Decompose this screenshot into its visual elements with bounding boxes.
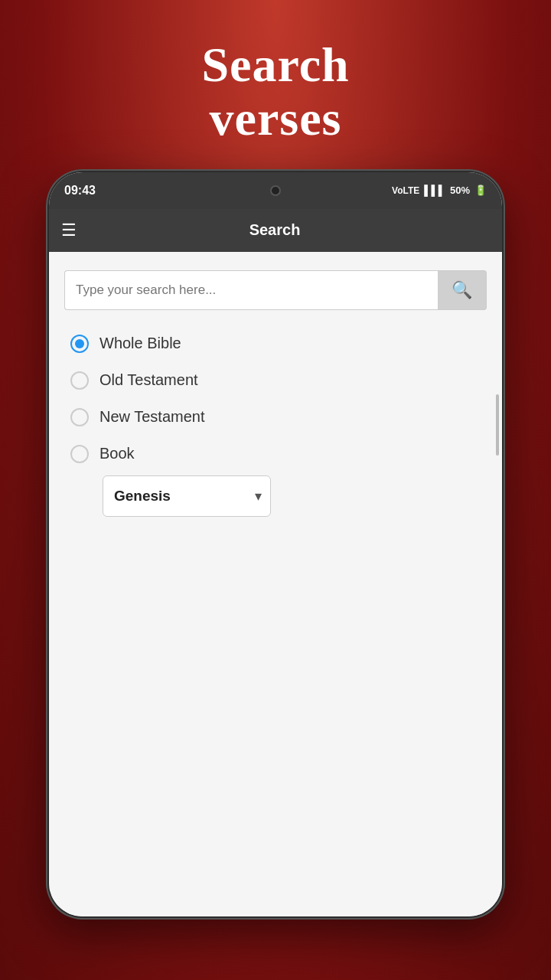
- radio-option-new-testament[interactable]: New Testament: [64, 399, 487, 436]
- network-indicator: VoLTE: [392, 185, 419, 196]
- radio-label-new-testament: New Testament: [99, 408, 204, 426]
- hamburger-menu-icon[interactable]: ☰: [61, 222, 77, 239]
- content-area: 🔍 Whole Bible Old Testament New Testamen…: [49, 252, 502, 916]
- scope-radio-group: Whole Bible Old Testament New Testament …: [64, 325, 487, 472]
- camera-dot: [270, 185, 281, 196]
- radio-label-old-testament: Old Testament: [99, 371, 198, 389]
- search-bar: 🔍: [64, 270, 487, 310]
- status-bar: 09:43 VoLTE ▌▌▌ 50% 🔋: [49, 172, 502, 209]
- radio-label-whole-bible: Whole Bible: [99, 335, 181, 352]
- radio-option-book[interactable]: Book: [64, 436, 487, 472]
- status-time: 09:43: [64, 184, 96, 198]
- search-button[interactable]: 🔍: [438, 270, 487, 310]
- search-input[interactable]: [64, 270, 438, 310]
- radio-label-book: Book: [99, 445, 135, 462]
- scroll-indicator: [496, 394, 499, 456]
- radio-option-whole-bible[interactable]: Whole Bible: [64, 325, 487, 362]
- app-toolbar: ☰ Search: [49, 209, 502, 252]
- radio-circle-book: [70, 445, 89, 463]
- phone-screen: 09:43 VoLTE ▌▌▌ 50% 🔋 ☰ Search 🔍: [49, 172, 502, 916]
- book-dropdown-container: Genesis Exodus Leviticus Numbers Deutero…: [103, 475, 487, 517]
- search-icon: 🔍: [452, 280, 472, 300]
- signal-icon: ▌▌▌: [424, 185, 445, 196]
- radio-circle-whole-bible: [70, 335, 89, 353]
- phone-frame: 09:43 VoLTE ▌▌▌ 50% 🔋 ☰ Search 🔍: [46, 169, 505, 920]
- battery-icon: 🔋: [474, 185, 487, 196]
- battery-percentage: 50%: [450, 185, 470, 196]
- book-dropdown[interactable]: Genesis Exodus Leviticus Numbers Deutero…: [103, 475, 271, 517]
- book-dropdown-wrapper: Genesis Exodus Leviticus Numbers Deutero…: [103, 475, 271, 517]
- radio-circle-new-testament: [70, 408, 89, 426]
- radio-circle-old-testament: [70, 371, 89, 390]
- radio-option-old-testament[interactable]: Old Testament: [64, 362, 487, 399]
- toolbar-title: Search: [89, 221, 461, 239]
- page-title: Search verses: [201, 38, 349, 146]
- status-right: VoLTE ▌▌▌ 50% 🔋: [392, 185, 487, 196]
